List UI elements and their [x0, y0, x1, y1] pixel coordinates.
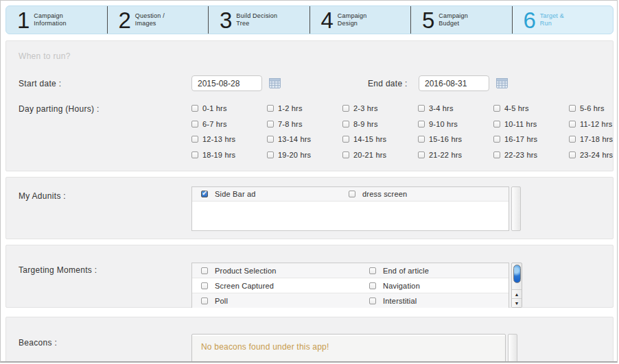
- checkbox[interactable]: [342, 121, 349, 128]
- adunit-side-bar-ad[interactable]: Side Bar ad: [201, 190, 349, 198]
- beacons-scrollbar[interactable]: [508, 334, 517, 363]
- step-build-decision-tree[interactable]: 3 Build DecisionTree: [208, 6, 310, 34]
- checkbox[interactable]: [418, 105, 425, 112]
- dayparting-10-11[interactable]: 10-11 hrs: [493, 117, 569, 132]
- checkbox[interactable]: [191, 151, 198, 158]
- checkbox-label: 15-16 hrs: [429, 135, 462, 143]
- dayparting-5-6[interactable]: 5-6 hrs: [569, 101, 618, 117]
- checkbox[interactable]: [342, 151, 349, 158]
- end-date-input[interactable]: [419, 75, 489, 91]
- moment-product-selection[interactable]: Product Selection: [201, 267, 369, 275]
- end-date-calendar-icon[interactable]: [496, 78, 508, 88]
- checkbox-label: 22-23 hrs: [504, 151, 537, 159]
- checkbox-label: 8-9 hrs: [353, 120, 378, 128]
- moment-interstitial[interactable]: Interstitial: [369, 297, 417, 305]
- step-label: Target &Run: [540, 12, 564, 28]
- checkbox[interactable]: [267, 136, 274, 143]
- dayparting-4-5[interactable]: 4-5 hrs: [493, 101, 569, 117]
- step-number: 6: [524, 9, 535, 32]
- checkbox[interactable]: [267, 121, 274, 128]
- dayparting-13-14[interactable]: 13-14 hrs: [267, 132, 342, 147]
- checkbox[interactable]: [267, 151, 274, 158]
- step-campaign-design[interactable]: 4 CampaignDesign: [310, 6, 411, 34]
- dayparting-18-19[interactable]: 18-19 hrs: [191, 147, 267, 163]
- checkbox[interactable]: [201, 191, 208, 197]
- dayparting-22-23[interactable]: 22-23 hrs: [493, 147, 569, 163]
- dayparting-1-2[interactable]: 1-2 hrs: [267, 101, 342, 117]
- dayparting-2-3[interactable]: 2-3 hrs: [342, 101, 418, 117]
- step-question-images[interactable]: 2 Question /Images: [107, 6, 209, 34]
- checkbox[interactable]: [349, 191, 355, 197]
- moment-end-of-article[interactable]: End of article: [369, 267, 429, 275]
- step-number: 5: [422, 9, 434, 32]
- moment-screen-captured[interactable]: Screen Captured: [201, 282, 369, 290]
- checkbox-label: 12-13 hrs: [202, 135, 235, 143]
- targeting-row: Product Selection End of article: [192, 263, 509, 278]
- scrollbar-thumb[interactable]: [513, 265, 521, 283]
- checkbox[interactable]: [342, 136, 349, 143]
- checkbox[interactable]: [569, 136, 576, 143]
- dayparting-0-1[interactable]: 0-1 hrs: [191, 101, 267, 117]
- checkbox[interactable]: [201, 298, 208, 304]
- adunit-dress-screen[interactable]: dress screen: [349, 190, 407, 198]
- dayparting-7-8[interactable]: 7-8 hrs: [267, 117, 342, 132]
- checkbox[interactable]: [418, 121, 425, 128]
- step-target-and-run[interactable]: 6 Target &Run: [512, 6, 614, 34]
- step-campaign-budget[interactable]: 5 CampaignBudget: [410, 6, 512, 34]
- checkbox[interactable]: [418, 136, 425, 143]
- checkbox-label: Interstitial: [383, 297, 417, 305]
- dayparting-15-16[interactable]: 15-16 hrs: [418, 132, 493, 147]
- checkbox-label: 4-5 hrs: [504, 104, 529, 112]
- moment-poll[interactable]: Poll: [201, 297, 369, 305]
- dayparting-8-9[interactable]: 8-9 hrs: [342, 117, 418, 132]
- moment-navigation[interactable]: Navigation: [369, 282, 420, 290]
- dayparting-17-18[interactable]: 17-18 hrs: [569, 132, 618, 147]
- dayparting-3-4[interactable]: 3-4 hrs: [418, 101, 493, 117]
- checkbox[interactable]: [569, 121, 576, 128]
- checkbox[interactable]: [369, 282, 376, 289]
- step-label: Build DecisionTree: [236, 12, 277, 28]
- checkbox[interactable]: [201, 267, 208, 274]
- checkbox[interactable]: [267, 105, 274, 112]
- checkbox[interactable]: [191, 121, 198, 128]
- checkbox[interactable]: [493, 136, 500, 143]
- dayparting-19-20[interactable]: 19-20 hrs: [267, 147, 342, 163]
- dayparting-6-7[interactable]: 6-7 hrs: [191, 117, 267, 132]
- targeting-moments-scrollbar[interactable]: ▲ ▼: [511, 263, 522, 308]
- wizard-steps-bar: 1 CampaignInformation 2 Question /Images…: [5, 5, 614, 34]
- checkbox-label: Navigation: [383, 282, 420, 290]
- dayparting-11-12[interactable]: 11-12 hrs: [569, 117, 618, 132]
- checkbox[interactable]: [418, 151, 425, 158]
- dayparting-23-24[interactable]: 23-24 hrs: [569, 147, 618, 163]
- dayparting-12-13[interactable]: 12-13 hrs: [191, 132, 267, 147]
- checkbox[interactable]: [201, 282, 208, 289]
- adunits-scrollbar[interactable]: [511, 186, 521, 231]
- targeting-moments-listbox: Product Selection End of article Screen …: [191, 263, 509, 308]
- checkbox[interactable]: [493, 105, 500, 112]
- checkbox-label: 5-6 hrs: [580, 104, 605, 112]
- checkbox-label: 6-7 hrs: [202, 120, 227, 128]
- targeting-row: Screen Captured Navigation: [192, 278, 509, 293]
- checkbox[interactable]: [191, 136, 198, 143]
- scroll-up-button[interactable]: ▲: [512, 289, 522, 298]
- checkbox[interactable]: [342, 105, 349, 112]
- start-date-input[interactable]: [191, 75, 262, 91]
- checkbox[interactable]: [191, 105, 198, 112]
- checkbox[interactable]: [569, 151, 576, 158]
- dayparting-21-22[interactable]: 21-22 hrs: [418, 147, 493, 163]
- checkbox[interactable]: [569, 105, 576, 112]
- scroll-down-button[interactable]: ▼: [512, 298, 522, 307]
- start-date-calendar-icon[interactable]: [269, 78, 281, 88]
- dayparting-20-21[interactable]: 20-21 hrs: [342, 147, 418, 163]
- checkbox[interactable]: [369, 298, 376, 304]
- checkbox[interactable]: [369, 267, 376, 274]
- checkbox[interactable]: [493, 151, 500, 158]
- dayparting-16-17[interactable]: 16-17 hrs: [493, 132, 569, 147]
- targeting-moments-label: Targeting Moments :: [19, 265, 97, 275]
- checkbox-label: Poll: [215, 297, 228, 305]
- step-campaign-information[interactable]: 1 CampaignInformation: [6, 6, 107, 34]
- dayparting-14-15[interactable]: 14-15 hrs: [342, 132, 418, 147]
- dayparting-9-10[interactable]: 9-10 hrs: [418, 117, 493, 132]
- checkbox[interactable]: [493, 121, 500, 128]
- checkbox-label: dress screen: [362, 190, 407, 198]
